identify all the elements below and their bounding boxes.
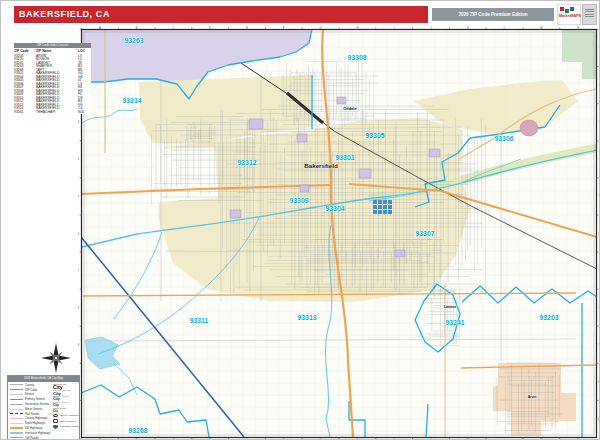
zip-label-93241: 93241	[446, 319, 465, 326]
svg-text:3: 3	[78, 120, 80, 124]
publisher-address-box	[582, 4, 597, 25]
svg-text:8: 8	[78, 306, 80, 310]
city-label-oildale: Oildale	[343, 106, 357, 111]
zip-index-rows: 93203ARVINL993220EDISONL593241LAMONTJ893…	[14, 55, 91, 115]
zip-label-93263: 93263	[125, 37, 144, 44]
park-hill-area	[520, 120, 538, 136]
zip-label-93301: 93301	[336, 154, 355, 161]
zip-swatch	[10, 389, 23, 390]
zip-index-panel: ZIP Code Index Locator ZIP Code ZIP Name…	[14, 43, 91, 114]
legend-line-symbols: CountyZIP CodeStreetsPrimary StreetsSeco…	[8, 382, 52, 440]
logo-red-square	[560, 7, 564, 11]
svg-text:M: M	[540, 26, 542, 30]
ushwy-swatch	[10, 427, 23, 429]
minor-swatch	[10, 409, 23, 410]
zip-label-93305: 93305	[366, 132, 385, 139]
svg-text:K: K	[467, 26, 469, 30]
zip-index-header: ZIP Code ZIP Name LOC	[14, 50, 91, 54]
rect-shield-icon	[53, 419, 58, 423]
map-title-bar: BAKERSFIELD, CA	[14, 6, 428, 23]
svg-text:C: C	[173, 26, 175, 30]
statehwy-swatch	[10, 423, 23, 424]
primary-swatch	[10, 399, 23, 400]
svg-text:D: D	[209, 26, 211, 30]
interstate-swatch	[10, 432, 23, 434]
zip-index-row: 93561TEHACHAPIN10	[14, 111, 91, 115]
zip-label-93203: 93203	[540, 314, 559, 321]
rail-swatch	[10, 413, 23, 414]
svg-text:6: 6	[78, 232, 80, 236]
zip-label-93312: 93312	[238, 159, 257, 166]
publisher-logo: MarketMAPS	[557, 4, 598, 25]
legend-city-symbols: Over 500,000City100,000 - 499,999City50,…	[52, 382, 79, 440]
map-legend: 2026 Bakersfield, CA City Map CountyZIP …	[7, 375, 80, 440]
zip-label-93306: 93306	[495, 135, 514, 142]
zip-label-93311: 93311	[190, 317, 209, 324]
zip-label-93313: 93313	[298, 314, 317, 321]
svg-text:A: A	[99, 26, 101, 30]
svg-text:H: H	[356, 26, 358, 30]
toll-swatch	[10, 437, 23, 438]
col-loc: LOC	[78, 50, 90, 54]
svg-text:N: N	[577, 26, 579, 30]
logo-blue-square	[570, 7, 574, 11]
zip-label-93314: 93314	[123, 97, 142, 104]
city-label-arvin: Arvin	[528, 395, 537, 399]
street-swatch	[10, 394, 23, 395]
svg-text:7: 7	[78, 269, 80, 273]
edition-label: 2026 ZIP Code Premium Edition	[458, 12, 527, 17]
countyhwy-swatch	[10, 418, 23, 419]
city-label-bakersfield: Bakersfield	[304, 162, 338, 169]
svg-text:E: E	[246, 26, 248, 30]
svg-text:9: 9	[78, 343, 80, 347]
oval-shield-icon	[53, 414, 58, 418]
zip-index-title: ZIP Code Index Locator	[14, 43, 91, 48]
col-zip-code: ZIP Code	[14, 50, 36, 54]
compass-rose	[39, 341, 73, 375]
svg-text:G: G	[320, 26, 322, 30]
int-shield-icon	[53, 425, 58, 430]
svg-text:B: B	[136, 26, 138, 30]
edition-bar: 2026 ZIP Code Premium Edition	[432, 8, 554, 21]
zip-label-93308: 93308	[348, 54, 367, 61]
legend-row-toll: Toll Roads	[10, 435, 50, 440]
svg-text:5: 5	[78, 194, 80, 198]
zip-label-93268: 93268	[129, 427, 148, 434]
secondary-swatch	[10, 404, 23, 405]
city-label-lamont: Lamont	[444, 305, 457, 309]
legend-shield-row: Interstate Highways	[53, 424, 78, 430]
publisher-logo-mark: MarketMAPS	[557, 4, 581, 25]
map-sheet: 9326393314933089331293305933069330193309…	[0, 0, 600, 440]
logo-green-square	[565, 9, 569, 13]
map-title: BAKERSFIELD, CA	[19, 9, 110, 19]
zip-label-93307: 93307	[416, 230, 435, 237]
publisher-logo-text: MarketMAPS	[559, 14, 581, 18]
county-swatch	[10, 384, 23, 385]
zip-label-93304: 93304	[326, 205, 345, 212]
zip-label-93309: 93309	[290, 197, 309, 204]
col-zip-name: ZIP Name	[36, 50, 78, 54]
svg-text:4: 4	[78, 157, 80, 161]
